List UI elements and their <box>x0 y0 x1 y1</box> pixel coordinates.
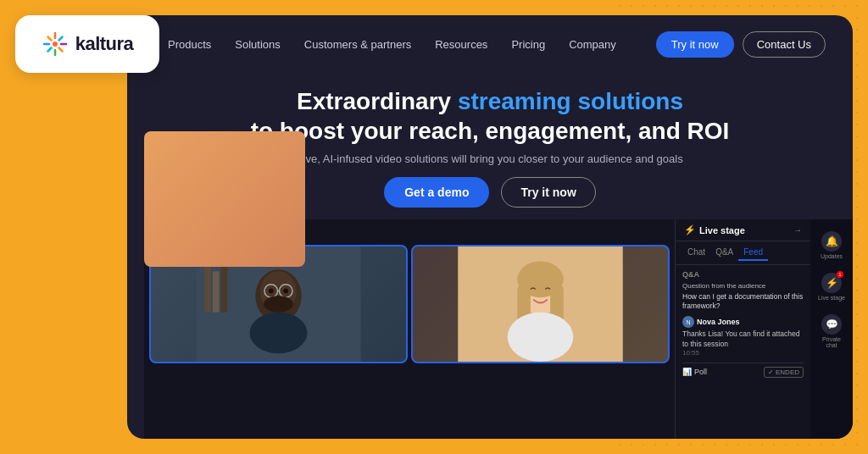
get-demo-button[interactable]: Get a demo <box>384 177 489 208</box>
nav-actions: Try it now Contact Us <box>656 31 826 58</box>
video-feed-2 <box>411 245 670 363</box>
contact-us-button[interactable]: Contact Us <box>743 31 826 58</box>
sidebar-private-chat[interactable]: 💬 Private chat <box>813 309 850 353</box>
reply-avatar: N <box>682 316 694 328</box>
live-stage-badge: 1 <box>837 271 843 278</box>
reply-sender-name: Nova Jones <box>697 318 740 328</box>
svg-line-7 <box>58 37 62 41</box>
svg-point-27 <box>264 296 293 312</box>
try-now-hero-button[interactable]: Try it now <box>501 177 595 208</box>
svg-rect-17 <box>204 263 211 312</box>
svg-line-6 <box>58 48 62 52</box>
svg-point-35 <box>508 313 574 362</box>
chat-reply: N Nova Jones Thanks Lisa! You can find i… <box>682 316 804 357</box>
chat-header: ⚡ Live stage → <box>676 219 810 241</box>
icon-sidebar: 🔔 Updates ⚡ 1 Live stage 💬 Private chat <box>810 219 853 439</box>
tab-feed[interactable]: Feed <box>738 245 768 261</box>
live-stage-label: Live stage <box>818 295 845 301</box>
sidebar-live-stage[interactable]: ⚡ 1 Live stage <box>813 268 850 306</box>
poll-label: 📊 Poll <box>682 368 707 376</box>
private-chat-icon-circle: 💬 <box>821 314 842 335</box>
chat-content: Q&A Question from the audience How can I… <box>676 265 810 439</box>
bell-icon: 🔔 <box>826 235 838 247</box>
reply-sender-row: N Nova Jones <box>682 316 804 328</box>
poll-item: 📊 Poll ✓ ENDED <box>682 363 804 381</box>
svg-rect-18 <box>213 271 220 313</box>
nav-pricing[interactable]: Pricing <box>511 38 545 51</box>
try-now-button[interactable]: Try it now <box>656 31 734 58</box>
nav-links: Products Solutions Customers & partners … <box>154 38 656 51</box>
nav-company[interactable]: Company <box>569 38 616 51</box>
navbar: Products Solutions Customers & partners … <box>127 15 853 73</box>
reply-timestamp: 10:55 <box>682 349 804 357</box>
qa-section-title: Q&A <box>682 270 804 279</box>
hero-title-highlight: streaming solutions <box>458 88 683 114</box>
hero-title-rest: to boost your reach, engagement, and ROI <box>251 118 730 144</box>
nav-products[interactable]: Products <box>168 38 211 51</box>
svg-line-5 <box>47 37 51 41</box>
hero-title-plain: Extraordinary <box>297 88 458 114</box>
nav-solutions[interactable]: Solutions <box>235 38 280 51</box>
reply-text: Thanks Lisa! You can find it attached to… <box>682 329 804 348</box>
svg-rect-19 <box>221 267 228 312</box>
nav-resources[interactable]: Resources <box>435 38 487 51</box>
kaltura-star-icon <box>42 30 69 58</box>
tab-chat[interactable]: Chat <box>682 245 710 261</box>
question-label: Question from the audience <box>682 282 804 291</box>
svg-point-25 <box>269 289 274 294</box>
lightning-icon: ⚡ <box>684 224 696 235</box>
lightning-stage-icon: ⚡ <box>826 277 838 289</box>
person2-avatar <box>413 246 668 362</box>
chat-panel: ⚡ Live stage → Chat Q&A Feed Q&A Questio… <box>675 219 810 439</box>
sidebar-updates[interactable]: 🔔 Updates <box>813 226 850 264</box>
chat-header-title: ⚡ Live stage <box>684 224 745 235</box>
question-text: How can I get a documentation of this fr… <box>682 292 804 311</box>
logo-text: kaltura <box>75 33 134 55</box>
chat-question: Question from the audience How can I get… <box>682 282 804 311</box>
svg-point-0 <box>53 42 58 47</box>
live-stage-icon-circle: ⚡ 1 <box>821 273 842 293</box>
chat-icon: 💬 <box>826 318 838 330</box>
logo-card[interactable]: kaltura <box>15 15 159 73</box>
arrow-icon: → <box>793 225 802 235</box>
poll-ended-badge: ✓ ENDED <box>764 367 804 378</box>
decorative-card <box>144 131 305 267</box>
private-chat-label: Private chat <box>816 336 847 348</box>
updates-icon-circle: 🔔 <box>821 231 842 252</box>
chat-tabs: Chat Q&A Feed <box>676 241 810 265</box>
svg-point-28 <box>250 313 308 354</box>
poll-icon: 📊 <box>682 368 692 376</box>
nav-customers[interactable]: Customers & partners <box>304 38 411 51</box>
svg-point-26 <box>283 289 288 294</box>
updates-label: Updates <box>821 253 843 259</box>
svg-line-8 <box>47 48 51 52</box>
tab-qa[interactable]: Q&A <box>710 245 738 261</box>
